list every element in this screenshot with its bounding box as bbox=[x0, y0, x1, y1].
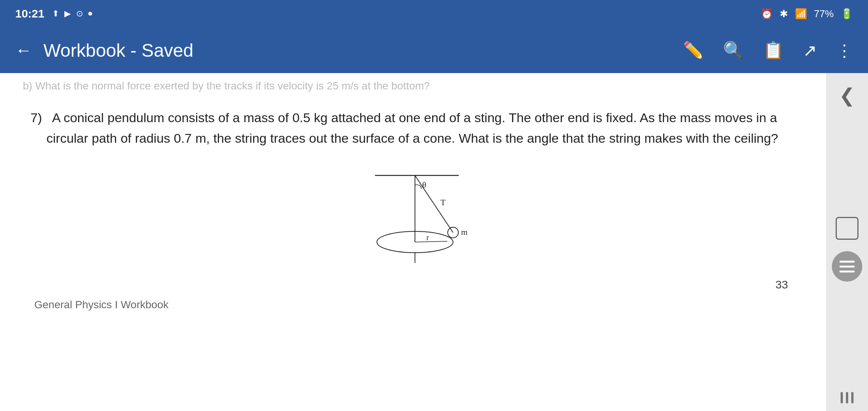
faded-question: b) What is the normal force exerted by t… bbox=[0, 73, 826, 96]
page-number: 33 bbox=[30, 278, 796, 291]
pendulum-diagram: θ T r m bbox=[318, 160, 508, 267]
collapse-chevron[interactable]: ❮ bbox=[839, 84, 855, 107]
right-sidebar: ❮ bbox=[826, 73, 868, 411]
youtube-icon: ▶ bbox=[64, 9, 71, 19]
back-button[interactable]: ← bbox=[15, 41, 32, 60]
notification-dot bbox=[88, 12, 92, 16]
diagram-container: θ T r m bbox=[30, 160, 796, 267]
tension-label: T bbox=[440, 198, 446, 207]
footer-text: General Physics I Workbook bbox=[30, 299, 796, 311]
wifi-icon: 📶 bbox=[795, 8, 807, 20]
app-bar: ← Workbook - Saved ✏️ 🔍 📋 ↗ ⋮ bbox=[0, 27, 868, 73]
bar-line-1 bbox=[841, 392, 843, 403]
status-bar: 10:21 ⬆ ▶ ⊙ ⏰ ✱ 📶 77% 🔋 bbox=[0, 0, 868, 27]
document-icon[interactable]: 📋 bbox=[763, 40, 784, 60]
mass-label: m bbox=[461, 227, 468, 237]
menu-line-3 bbox=[839, 271, 855, 272]
app-title: Workbook - Saved bbox=[43, 40, 193, 61]
app-bar-right: ✏️ 🔍 📋 ↗ ⋮ bbox=[683, 40, 853, 60]
status-bar-left: 10:21 ⬆ ▶ ⊙ bbox=[15, 7, 92, 20]
bar-line-2 bbox=[846, 392, 848, 403]
bar-line-3 bbox=[851, 392, 854, 403]
status-bar-right: ⏰ ✱ 📶 77% 🔋 bbox=[761, 8, 853, 20]
sidebar-middle bbox=[832, 217, 862, 282]
menu-button[interactable] bbox=[832, 251, 862, 282]
battery-text: 77% bbox=[814, 8, 834, 20]
status-icons: ⬆ ▶ ⊙ bbox=[52, 9, 92, 19]
svg-line-4 bbox=[415, 241, 447, 242]
bluetooth-icon: ✱ bbox=[780, 8, 788, 20]
svg-line-2 bbox=[415, 175, 453, 233]
battery-icon: 🔋 bbox=[841, 8, 853, 20]
sidebar-bars bbox=[841, 392, 854, 403]
search-icon[interactable]: 🔍 bbox=[723, 40, 744, 60]
main-container: b) What is the normal force exerted by t… bbox=[0, 73, 868, 411]
radius-label: r bbox=[426, 233, 429, 242]
question-text: 7) A conical pendulum consists of a mass… bbox=[30, 107, 796, 149]
app-bar-left: ← Workbook - Saved bbox=[15, 40, 193, 61]
share-icon[interactable]: ↗ bbox=[803, 41, 817, 60]
question-number: 7) bbox=[30, 110, 42, 125]
home-button[interactable] bbox=[836, 217, 858, 240]
question-block: 7) A conical pendulum consists of a mass… bbox=[30, 107, 796, 149]
content-area: b) What is the normal force exerted by t… bbox=[0, 73, 826, 411]
edit-icon[interactable]: ✏️ bbox=[683, 40, 704, 60]
more-icon[interactable]: ⋮ bbox=[836, 41, 853, 60]
theta-label: θ bbox=[422, 180, 426, 190]
status-time: 10:21 bbox=[15, 7, 45, 20]
camera-icon: ⊙ bbox=[76, 9, 83, 19]
doc-content: 7) A conical pendulum consists of a mass… bbox=[0, 96, 826, 326]
person-icon: ⬆ bbox=[52, 9, 59, 19]
alarm-icon: ⏰ bbox=[761, 8, 773, 20]
menu-line-1 bbox=[839, 261, 855, 263]
question-body: A conical pendulum consists of a mass of… bbox=[46, 110, 778, 145]
menu-line-2 bbox=[839, 266, 855, 268]
